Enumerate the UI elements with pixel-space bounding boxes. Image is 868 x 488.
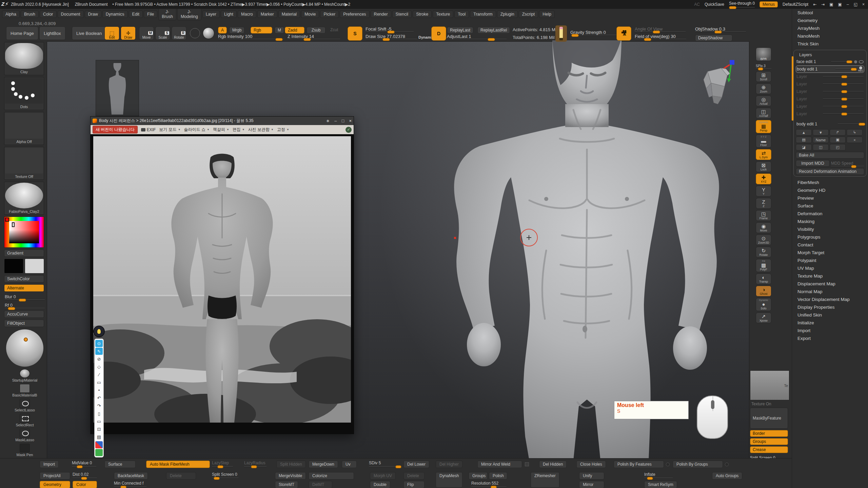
texture-thumbnail[interactable]: Te [750, 370, 789, 400]
edit-mode-button[interactable]: ⬚Edit [104, 26, 119, 40]
menu-item[interactable]: Draw [85, 11, 101, 18]
menu-item[interactable]: Picker [320, 11, 339, 18]
colorize[interactable]: Colorize [309, 472, 354, 480]
menu-item[interactable]: Color [40, 11, 57, 18]
tool-panel-section[interactable]: Geometry HD [792, 186, 868, 194]
rf-slider[interactable]: Rf 0 [4, 302, 45, 309]
persp[interactable]: Dynamic ▦ Persp [756, 120, 771, 133]
obj-shadow-slider[interactable]: ObjShadow 0.3 [695, 26, 746, 32]
surface[interactable]: Surface [104, 461, 136, 468]
mirror-and-weld[interactable]: Mirror And Weld [477, 461, 522, 468]
tool-panel-section[interactable]: Contact [792, 241, 868, 249]
document-canvas[interactable]: Mouse left S Body 사진 레퍼런스 > 26e1c1eef58a… [47, 41, 749, 459]
layer-row-empty[interactable]: Layer [796, 110, 864, 118]
menu-item[interactable]: J-Brush [158, 8, 176, 20]
camera-head-preview[interactable] [701, 66, 732, 106]
menu-item[interactable]: Transform [470, 11, 496, 18]
rotate-mode-button[interactable]: RRotate [172, 26, 186, 40]
tool-panel-section[interactable]: Texture Map [792, 272, 868, 280]
doc-nav-prev-icon[interactable]: ⇤ [813, 2, 816, 7]
tool-panel-section[interactable]: ArrayMesh [792, 24, 868, 32]
import-mdd-button[interactable]: Import MDD [796, 160, 830, 167]
layer-invert-button[interactable]: ◰ [830, 144, 846, 150]
layer-duplicate-button[interactable]: ▣ [830, 137, 846, 143]
viewer-photo-area[interactable] [91, 134, 354, 434]
tool-panel-section[interactable]: Polypaint [792, 257, 868, 264]
scroll[interactable]: ⊞ Scroll [756, 71, 771, 82]
rgb-intensity-slider[interactable]: Rgb Intensity 100 [218, 34, 284, 40]
mask-by-feature-button[interactable]: MaskByFeature [750, 408, 788, 429]
groups-button[interactable]: Groups [750, 438, 788, 445]
texture-off[interactable]: Texture Off [4, 147, 44, 180]
dot-size-icon[interactable]: • [95, 387, 103, 394]
cursor-icon[interactable]: ⇖ [95, 348, 103, 355]
tool-panel-section[interactable]: Vector Displacement Map [792, 296, 868, 303]
alternate-button[interactable]: Alternate [4, 284, 44, 292]
mask-pen[interactable]: Mask Pen [4, 444, 45, 457]
layer-name-button[interactable]: Name [813, 137, 829, 143]
close-button[interactable]: × [862, 2, 865, 7]
delmt[interactable]: DelMT [309, 481, 332, 488]
adjust-last-slider[interactable]: AdjustLast 1 [447, 34, 507, 40]
pencil-icon[interactable]: ∕ [95, 371, 103, 378]
close-holes[interactable]: Close Holes [576, 461, 606, 468]
delete[interactable]: Delete [403, 472, 425, 480]
menu-item[interactable]: Tool [454, 11, 469, 18]
menu-item[interactable]: Marker [257, 11, 277, 18]
color[interactable]: Color [73, 481, 97, 488]
menu-item[interactable]: Alpha [2, 11, 20, 18]
blur-slider[interactable]: Blur 0 [4, 293, 45, 300]
layer-row-empty[interactable]: Layer [796, 88, 864, 95]
mergevisible[interactable]: MergeVisible [275, 472, 306, 480]
tool-panel-section[interactable]: Normal Map [792, 288, 868, 296]
layer-split-button[interactable]: ◫ [813, 144, 829, 150]
redo-icon[interactable]: ↷ [95, 402, 103, 409]
quicksave-button[interactable]: QuickSave [705, 2, 724, 7]
paint-a-button[interactable]: A [218, 27, 227, 34]
primary-color-swatch[interactable] [4, 259, 23, 273]
menu-item[interactable]: Texture [433, 11, 453, 18]
aahalf[interactable]: ◫ AAHalf [756, 108, 771, 119]
draw-mode-button[interactable]: ✛Draw [121, 26, 136, 40]
selectlasso[interactable]: SelectLasso [4, 399, 45, 412]
fabiopaiva-clay2[interactable]: FabioPaiva_Clay2 [4, 182, 44, 215]
split-hidden[interactable]: Split Hidden [276, 461, 306, 468]
tool-panel-section[interactable]: Surface [792, 202, 868, 210]
see-through-slider[interactable]: See-through 0 [729, 1, 755, 8]
zadd-button[interactable]: Zadd [285, 27, 304, 34]
tool-panel-section[interactable]: Preview [792, 194, 868, 202]
viewer-menu-item[interactable]: 편집▼ [233, 127, 245, 133]
polish[interactable]: Polish [489, 472, 507, 480]
eye-icon[interactable]: ⊙ [95, 340, 103, 347]
record-deformation-button[interactable]: Record Deformation Animation [796, 168, 864, 175]
basicmaterialb[interactable]: BasicMaterialB [4, 384, 45, 397]
split-screen-0[interactable]: Split Screen 0 [212, 472, 238, 479]
tool-panel-section[interactable]: Deformation [792, 210, 868, 218]
material-preview-sphere[interactable] [6, 329, 43, 367]
trash-icon[interactable]: ▯ [95, 410, 103, 417]
uv[interactable]: Uv [342, 461, 357, 468]
projectall[interactable]: ProjectAll [40, 472, 70, 480]
layer-merge-button[interactable]: ◪ [796, 144, 812, 150]
clay[interactable]: Clay [4, 42, 44, 75]
undo-icon[interactable]: ↶ [95, 394, 103, 402]
current-material-icon[interactable] [203, 27, 214, 39]
ruler-icon[interactable]: ▭ [95, 379, 103, 386]
switch-color-button[interactable]: SwitchColor [4, 275, 44, 283]
tool-panel-section[interactable]: Masking [792, 218, 868, 225]
layer-mode-icon[interactable] [854, 60, 857, 63]
window-layout2-icon[interactable]: ▣ [838, 2, 842, 7]
menu-item[interactable]: Zscript [519, 11, 538, 18]
record-icon[interactable]: REC [858, 66, 863, 72]
menu-item[interactable]: Stroke [413, 11, 432, 18]
viewer-close-button[interactable]: × [349, 118, 352, 123]
ghost[interactable]: ◑ Ghost [756, 286, 771, 297]
resolution-552[interactable]: Resolution 552 [471, 481, 507, 487]
l-sym[interactable]: ⇄ L.Sym [756, 149, 771, 160]
menu-item[interactable]: Render [371, 11, 391, 18]
menu-item[interactable]: Edit [129, 11, 143, 18]
tool-panel-section[interactable]: Display Properties [792, 303, 868, 311]
viewer-minimize-button[interactable]: – [334, 118, 337, 123]
rgb-button[interactable]: Rgb [251, 27, 272, 34]
move-mode-button[interactable]: MMove [139, 26, 154, 40]
